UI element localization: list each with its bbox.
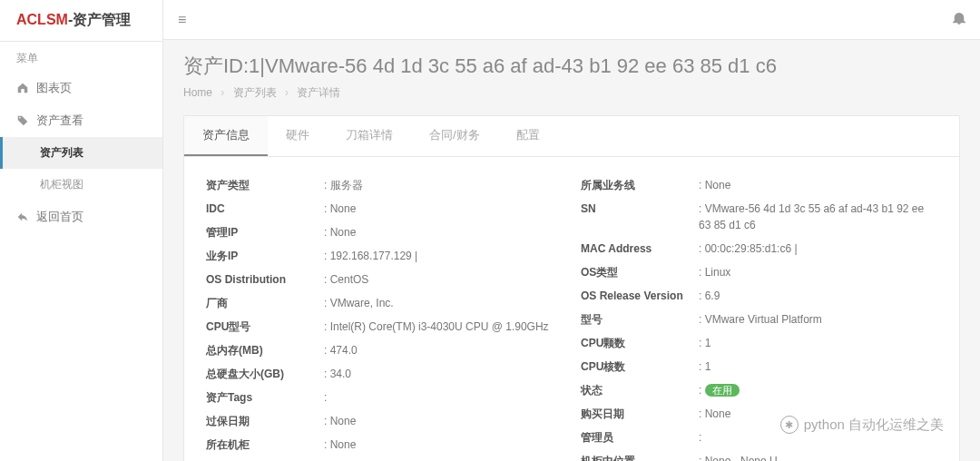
value: : VMware-56 4d 1d 3c 55 a6 af ad-43 b1 9… — [699, 201, 937, 233]
nav-cabinet-view[interactable]: 机柜视图 — [0, 169, 162, 201]
label: 机柜中位置 — [581, 453, 699, 461]
label: 购买日期 — [581, 406, 699, 422]
value: : 34.0 — [324, 366, 563, 382]
row-status: 状态: 在用 — [581, 378, 937, 402]
label: OS类型 — [581, 264, 699, 280]
nav-asset-view-label: 资产查看 — [36, 113, 83, 129]
tab-blade[interactable]: 刀箱详情 — [328, 116, 411, 156]
row-asset-type: 资产类型: 服务器 — [206, 173, 563, 197]
row-warranty: 过保日期: None — [206, 409, 563, 433]
nav-dashboard[interactable]: 图表页 — [0, 72, 162, 104]
label: 管理员 — [581, 429, 699, 446]
tab-contract[interactable]: 合同/财务 — [411, 116, 498, 156]
menu-toggle-icon[interactable]: ≡ — [178, 12, 186, 28]
value: : 1 — [699, 358, 937, 375]
breadcrumb: Home › 资产列表 › 资产详情 — [183, 85, 960, 101]
row-biz-line: 所属业务线: None — [581, 173, 937, 197]
crumb-list[interactable]: 资产列表 — [233, 86, 277, 99]
topbar: ≡ — [163, 0, 980, 40]
notification-icon[interactable] — [953, 12, 965, 27]
label: 总硬盘大小(GB) — [206, 366, 324, 382]
detail-card: 资产信息 硬件 刀箱详情 合同/财务 配置 资产类型: 服务器 IDC: Non… — [183, 115, 960, 461]
crumb-detail: 资产详情 — [297, 86, 340, 99]
status-prefix: : — [699, 384, 705, 397]
nav-dashboard-label: 图表页 — [36, 80, 72, 96]
value: : 1 — [699, 335, 937, 351]
value: : 474.0 — [324, 342, 563, 358]
tab-asset-info[interactable]: 资产信息 — [184, 116, 268, 156]
row-idc: IDC: None — [206, 197, 563, 221]
detail-body: 资产类型: 服务器 IDC: None 管理IP: None 业务IP: 192… — [184, 157, 959, 461]
value: : None — [699, 177, 937, 193]
label: IDC — [206, 201, 324, 217]
row-cpu-count: CPU颗数: 1 — [581, 331, 937, 355]
value: : 6.9 — [699, 288, 937, 304]
row-tags: 资产Tags: — [206, 386, 563, 409]
tab-config[interactable]: 配置 — [498, 116, 558, 156]
main-area: ≡ 资产ID:1|VMware-56 4d 1d 3c 55 a6 af ad-… — [163, 0, 980, 461]
status-badge: 在用 — [705, 384, 740, 397]
value: : — [699, 429, 937, 446]
label: 过保日期 — [206, 413, 324, 429]
menu-heading: 菜单 — [0, 42, 162, 72]
nav-cabinet-view-label: 机柜视图 — [40, 177, 83, 192]
row-mac: MAC Address: 00:0c:29:85:d1:c6 | — [581, 237, 937, 260]
app-logo: ACLSM-资产管理 — [0, 0, 162, 42]
label: MAC Address — [581, 240, 699, 257]
value: : 192.168.177.129 | — [324, 248, 563, 264]
sidebar: ACLSM-资产管理 菜单 图表页 资产查看 资产列表 机柜视图 返回首页 — [0, 0, 163, 461]
row-vendor: 厂商: VMware, Inc. — [206, 291, 563, 315]
label: 总内存(MB) — [206, 342, 324, 358]
chevron-right-icon: › — [220, 86, 224, 99]
row-os-type: OS类型: Linux — [581, 260, 937, 284]
row-biz-ip: 业务IP: 192.168.177.129 | — [206, 244, 563, 268]
nav-back-home-label: 返回首页 — [36, 209, 83, 225]
row-sn: SN: VMware-56 4d 1d 3c 55 a6 af ad-43 b1… — [581, 197, 937, 237]
value: : Linux — [699, 264, 937, 280]
brand-suffix: -资产管理 — [68, 12, 131, 27]
label: 管理IP — [206, 224, 324, 240]
value: : VMware, Inc. — [324, 295, 563, 311]
content-area: 资产ID:1|VMware-56 4d 1d 3c 55 a6 af ad-43… — [163, 40, 980, 461]
value: : 00:0c:29:85:d1:c6 | — [699, 240, 937, 257]
tab-bar: 资产信息 硬件 刀箱详情 合同/财务 配置 — [184, 116, 959, 157]
nav-back-home[interactable]: 返回首页 — [0, 201, 162, 233]
label: SN — [581, 201, 699, 233]
label: 状态 — [581, 382, 699, 398]
label: 业务IP — [206, 248, 324, 264]
label: 型号 — [581, 311, 699, 328]
detail-col-left: 资产类型: 服务器 IDC: None 管理IP: None 业务IP: 192… — [206, 173, 563, 461]
row-admin: 管理员: — [581, 426, 937, 449]
label: OS Distribution — [206, 271, 324, 288]
label: CPU颗数 — [581, 335, 699, 351]
home-icon — [16, 82, 29, 94]
brand-prefix: ACLSM — [16, 12, 68, 27]
tag-icon — [16, 114, 29, 127]
value: : 在用 — [699, 382, 937, 398]
row-os-rel: OS Release Version: 6.9 — [581, 284, 937, 308]
value: : CentOS — [324, 271, 563, 288]
value: : None — [324, 224, 563, 240]
row-cab-pos: 机柜中位置: None - None U — [581, 449, 937, 461]
row-cabinet: 所在机柜: None — [206, 433, 563, 456]
row-mgmt-ip: 管理IP: None — [206, 221, 563, 244]
nav-asset-view[interactable]: 资产查看 — [0, 104, 162, 137]
value: : None — [699, 406, 937, 422]
value: : None — [324, 436, 563, 453]
row-model: 型号: VMware Virtual Platform — [581, 308, 937, 331]
row-created: 资产创建日期: 2017年11月24日 13:40 — [206, 456, 563, 461]
label: 资产类型 — [206, 177, 324, 193]
tab-hardware[interactable]: 硬件 — [268, 116, 328, 156]
value: : VMware Virtual Platform — [699, 311, 937, 328]
row-disk: 总硬盘大小(GB): 34.0 — [206, 362, 563, 386]
value: : Intel(R) Core(TM) i3-4030U CPU @ 1.90G… — [324, 319, 563, 335]
nav-asset-list[interactable]: 资产列表 — [0, 137, 162, 169]
value: : 服务器 — [324, 177, 563, 193]
nav-list: 图表页 资产查看 资产列表 机柜视图 返回首页 — [0, 72, 162, 233]
crumb-home[interactable]: Home — [183, 86, 212, 99]
nav-asset-list-label: 资产列表 — [40, 145, 83, 161]
detail-col-right: 所属业务线: None SN: VMware-56 4d 1d 3c 55 a6… — [581, 173, 937, 461]
label: OS Release Version — [581, 288, 699, 304]
row-mem: 总内存(MB): 474.0 — [206, 338, 563, 362]
row-os-dist: OS Distribution: CentOS — [206, 268, 563, 291]
